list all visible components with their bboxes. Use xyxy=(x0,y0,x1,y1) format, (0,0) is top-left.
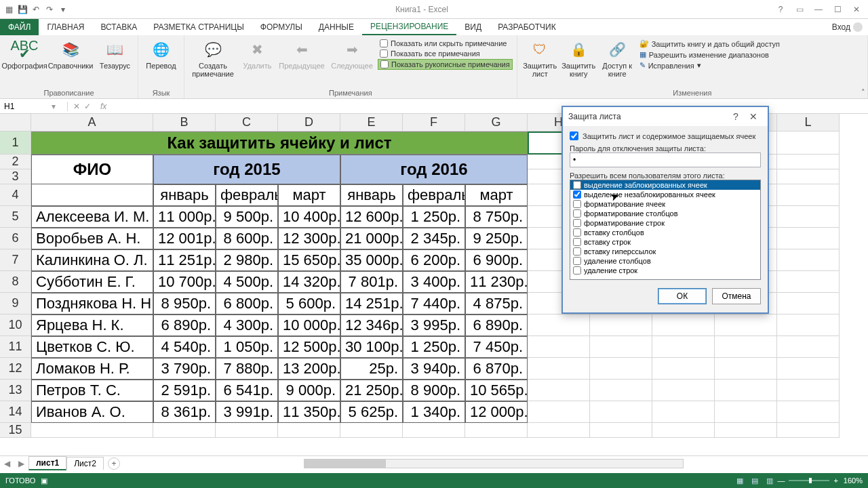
cell[interactable]: 2 345р. xyxy=(403,228,465,249)
cell[interactable]: 12 600р. xyxy=(340,206,403,228)
permission-item[interactable]: форматирование столбцов xyxy=(570,209,760,218)
cell[interactable]: 12 300р. xyxy=(278,228,340,249)
cell[interactable]: Цветков С. Ю. xyxy=(31,336,153,358)
fx-icon[interactable]: fx xyxy=(96,102,111,111)
cell[interactable]: 3 790р. xyxy=(153,358,216,380)
permission-checkbox[interactable] xyxy=(573,190,581,199)
save-icon[interactable]: 💾 xyxy=(16,3,28,16)
cell[interactable] xyxy=(528,314,590,336)
row-header[interactable]: 5 xyxy=(0,206,31,228)
cell[interactable] xyxy=(715,314,777,336)
allow-edit-ranges[interactable]: ▦Разрешить изменение диапазонов xyxy=(637,49,782,60)
column-header[interactable]: B xyxy=(153,114,216,131)
cell[interactable] xyxy=(715,336,777,358)
sheet-tab[interactable]: лист1 xyxy=(28,456,66,470)
permission-checkbox[interactable] xyxy=(573,219,581,227)
row-header[interactable]: 7 xyxy=(0,249,31,271)
permission-checkbox[interactable] xyxy=(573,238,581,246)
cell[interactable]: 10 000р. xyxy=(278,314,340,336)
cell[interactable]: 25р. xyxy=(340,358,403,380)
cell[interactable]: 30 100р. xyxy=(340,336,403,358)
permission-item[interactable]: форматирование строк xyxy=(570,218,760,228)
cell[interactable] xyxy=(777,401,840,423)
row-header[interactable]: 10 xyxy=(0,314,31,336)
cell[interactable] xyxy=(340,423,403,438)
row-header[interactable]: 3 xyxy=(0,169,31,184)
tab-file[interactable]: ФАЙЛ xyxy=(0,19,39,35)
cell[interactable]: 12 346р. xyxy=(340,314,403,336)
cell[interactable] xyxy=(590,423,652,438)
cell[interactable]: 21 250р. xyxy=(340,380,403,401)
track-changes[interactable]: ✎Исправления ▾ xyxy=(637,60,782,70)
cell[interactable]: 11 251р. xyxy=(153,249,216,271)
cell[interactable]: 1 340р. xyxy=(403,401,465,423)
cell[interactable]: 35 000р. xyxy=(340,249,403,271)
cell[interactable]: 12 500р. xyxy=(278,336,340,358)
tab-page-layout[interactable]: РАЗМЕТКА СТРАНИЦЫ xyxy=(145,19,252,35)
protect-sheet-button[interactable]: 🛡Защитить лист xyxy=(521,37,559,79)
name-box[interactable]: ▾ xyxy=(0,102,68,111)
cell[interactable]: январь xyxy=(153,184,216,206)
cell[interactable]: Воробьев А. Н. xyxy=(31,228,153,249)
permission-checkbox[interactable] xyxy=(573,209,581,218)
normal-view-icon[interactable]: ▦ xyxy=(732,476,747,485)
cell[interactable] xyxy=(590,336,652,358)
cell[interactable] xyxy=(777,336,840,358)
next-comment-button[interactable]: ➡Следующее xyxy=(328,37,376,71)
tab-view[interactable]: ВИД xyxy=(456,19,490,35)
row-header[interactable]: 11 xyxy=(0,336,31,358)
cell[interactable] xyxy=(652,423,715,438)
redo-icon[interactable]: ↷ xyxy=(43,3,56,16)
column-header[interactable]: E xyxy=(340,114,403,131)
cell[interactable]: 11 000р. xyxy=(153,206,216,228)
cell[interactable]: 10 400р. xyxy=(278,206,340,228)
protect-book-button[interactable]: 🔒Защитить книгу xyxy=(560,37,597,79)
permission-item[interactable]: вставку столбцов xyxy=(570,228,760,237)
column-header[interactable]: C xyxy=(216,114,278,131)
page-break-view-icon[interactable]: ▥ xyxy=(762,476,777,485)
cell[interactable]: 10 700р. xyxy=(153,271,216,293)
permission-item[interactable]: вставку строк xyxy=(570,237,760,247)
cell[interactable] xyxy=(31,184,153,206)
cell[interactable] xyxy=(777,249,840,271)
sheet-nav-next-icon[interactable]: ▶ xyxy=(14,459,28,468)
cell[interactable]: Ломаков Н. Р. xyxy=(31,358,153,380)
cell[interactable]: 14 251р. xyxy=(340,293,403,314)
permission-checkbox[interactable] xyxy=(573,257,581,265)
permission-item[interactable]: удаление строк xyxy=(570,266,760,275)
show-all-comments[interactable]: Показать все примечания xyxy=(378,49,513,58)
cell[interactable]: 21 000р. xyxy=(340,228,403,249)
undo-icon[interactable]: ↶ xyxy=(30,3,42,16)
cell[interactable]: 3 400р. xyxy=(403,271,465,293)
column-header[interactable]: F xyxy=(403,114,465,131)
cell[interactable]: 7 880р. xyxy=(216,358,278,380)
permission-item[interactable]: выделение незаблокированных ячеек xyxy=(570,190,760,199)
cell[interactable]: 10 565р. xyxy=(465,380,528,401)
cell[interactable]: Как защитить ячейку и лист xyxy=(31,131,528,155)
cell[interactable] xyxy=(715,380,777,401)
cell[interactable]: 14 320р. xyxy=(278,271,340,293)
cell[interactable]: 9 500р. xyxy=(216,206,278,228)
cell[interactable]: Иванов А. О. xyxy=(31,401,153,423)
cell[interactable] xyxy=(216,423,278,438)
cell[interactable]: 6 900р. xyxy=(465,249,528,271)
cell[interactable]: 8 600р. xyxy=(216,228,278,249)
minimize-icon[interactable]: — xyxy=(810,5,827,14)
horizontal-scrollbar[interactable] xyxy=(304,459,684,468)
cell[interactable]: 15 650р. xyxy=(278,249,340,271)
dialog-help-icon[interactable]: ? xyxy=(727,111,745,122)
cell[interactable]: 8 900р. xyxy=(403,380,465,401)
research-button[interactable]: 📚Справочники xyxy=(46,37,95,71)
cell[interactable] xyxy=(777,358,840,380)
thesaurus-button[interactable]: 📖Тезаурус xyxy=(96,37,134,71)
tab-insert[interactable]: ВСТАВКА xyxy=(92,19,145,35)
cell[interactable] xyxy=(652,358,715,380)
cell[interactable]: 8 950р. xyxy=(153,293,216,314)
cell[interactable] xyxy=(777,184,840,206)
row-header[interactable]: 8 xyxy=(0,271,31,293)
share-book-button[interactable]: 🔗Доступ к книге xyxy=(599,37,636,79)
cell[interactable]: 7 450р. xyxy=(465,336,528,358)
cell[interactable]: 6 870р. xyxy=(465,358,528,380)
cell[interactable]: 4 500р. xyxy=(216,271,278,293)
cell[interactable]: 6 890р. xyxy=(153,314,216,336)
